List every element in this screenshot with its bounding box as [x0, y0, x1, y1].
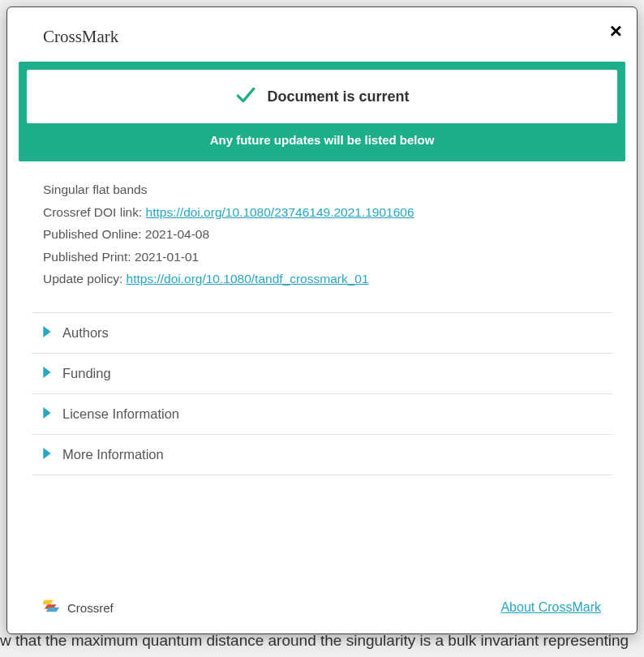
svg-marker-3 — [43, 448, 50, 459]
published-online-label: Published Online: — [43, 227, 145, 241]
published-online-row: Published Online: 2021-04-08 — [43, 224, 601, 245]
accordion-authors[interactable]: Authors — [32, 312, 612, 354]
accordion-label: Funding — [62, 366, 111, 381]
accordion-label: More Information — [62, 447, 164, 462]
svg-marker-4 — [43, 600, 54, 605]
chevron-right-icon — [43, 406, 51, 422]
doi-link[interactable]: https://doi.org/10.1080/23746149.2021.19… — [146, 205, 414, 219]
accordion-label: Authors — [62, 325, 109, 341]
status-text: Document is current — [267, 88, 409, 105]
accordion-label: License Information — [62, 406, 179, 422]
published-online-value: 2021-04-08 — [145, 227, 209, 241]
published-print-row: Published Print: 2021-01-01 — [43, 247, 601, 268]
update-policy-row: Update policy: https://doi.org/10.1080/t… — [43, 268, 601, 290]
accordion-license[interactable]: License Information — [32, 394, 612, 435]
brand-title: CrossMark — [43, 27, 637, 47]
update-policy-link[interactable]: https://doi.org/10.1080/tandf_crossmark_… — [127, 272, 369, 286]
svg-marker-2 — [43, 407, 50, 419]
accordion: Authors Funding License Information More… — [32, 312, 612, 475]
svg-marker-0 — [43, 326, 50, 337]
accordion-funding[interactable]: Funding — [32, 354, 612, 394]
status-subtext: Any future updates will be listed below — [27, 133, 617, 147]
chevron-right-icon — [43, 447, 51, 462]
modal-footer: Crossref About CrossMark — [43, 596, 601, 619]
accordion-more-info[interactable]: More Information — [32, 435, 612, 475]
svg-marker-1 — [43, 367, 50, 378]
published-print-label: Published Print: — [43, 250, 135, 264]
check-icon — [234, 84, 255, 109]
published-print-value: 2021-01-01 — [135, 250, 199, 264]
status-inner: Document is current — [27, 70, 617, 123]
metadata-block: Singular flat bands Crossref DOI link: h… — [43, 179, 601, 291]
crossref-logo[interactable]: Crossref — [43, 596, 114, 619]
about-crossmark-link[interactable]: About CrossMark — [500, 600, 601, 615]
crossmark-modal: × CrossMark Document is current Any futu… — [6, 6, 638, 634]
close-button[interactable]: × — [610, 20, 622, 41]
crossref-icon — [43, 596, 61, 619]
chevron-right-icon — [43, 366, 51, 381]
update-policy-label: Update policy: — [43, 272, 127, 286]
doi-label: Crossref DOI link: — [43, 205, 146, 219]
article-title: Singular flat bands — [43, 179, 601, 200]
crossref-label: Crossref — [67, 601, 114, 615]
chevron-right-icon — [43, 325, 51, 341]
doi-row: Crossref DOI link: https://doi.org/10.10… — [43, 202, 601, 223]
status-banner: Document is current Any future updates w… — [19, 62, 625, 161]
close-icon: × — [610, 19, 622, 43]
